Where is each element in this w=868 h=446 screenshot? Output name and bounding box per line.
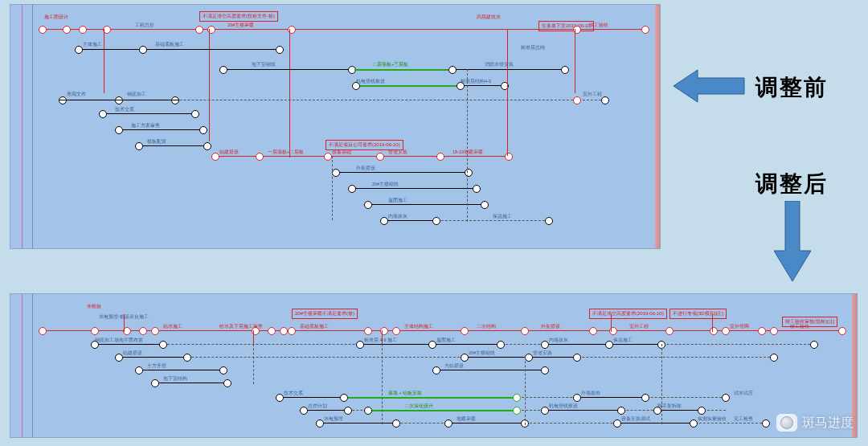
link bbox=[99, 113, 195, 114]
task-label: 设备安装调试 bbox=[621, 416, 650, 422]
wechat-icon bbox=[776, 414, 797, 432]
activity-node bbox=[344, 407, 352, 415]
link bbox=[316, 423, 396, 423]
task-label: 室外管网 bbox=[730, 324, 749, 329]
activity-node bbox=[280, 327, 288, 335]
link bbox=[348, 188, 477, 189]
activity-node bbox=[364, 407, 372, 415]
activity-node bbox=[392, 419, 400, 428]
activity-node bbox=[115, 96, 123, 104]
activity-node bbox=[340, 394, 348, 402]
activity-node bbox=[641, 26, 649, 34]
link bbox=[461, 357, 577, 358]
activity-node bbox=[276, 46, 284, 54]
callout-box: 不满足净空高度要求(投标文件-标) bbox=[199, 11, 278, 22]
activity-node bbox=[288, 327, 296, 335]
link bbox=[115, 129, 203, 130]
link bbox=[573, 397, 645, 398]
task-label: 一层墙板+二层板 bbox=[268, 149, 304, 155]
activity-node bbox=[573, 96, 581, 104]
label-before: 调整前 bbox=[755, 72, 828, 103]
network-chart-before: 不满足净空高度要求(投标文件-标) 不满足项目公司要求(2019-06-10) … bbox=[10, 4, 661, 249]
activity-node bbox=[91, 327, 99, 335]
activity-node bbox=[617, 407, 625, 415]
task-label: 竣工验收 bbox=[589, 23, 608, 28]
link bbox=[209, 29, 210, 141]
activity-node bbox=[151, 327, 159, 335]
task-label: 设备基础 bbox=[332, 149, 351, 155]
link-green bbox=[368, 410, 513, 411]
activity-node bbox=[324, 153, 332, 161]
activity-node bbox=[99, 110, 107, 118]
link bbox=[115, 357, 187, 358]
link bbox=[276, 397, 344, 398]
activity-node bbox=[364, 327, 372, 335]
task-label: 标准层结构4-9 bbox=[461, 79, 491, 84]
link bbox=[91, 344, 163, 345]
task-label: 技术交底 bbox=[284, 391, 303, 396]
network-chart-after: 20#主楼采暖不满足要求(修) 不满足净空高度要求(2019-06-10) 不进… bbox=[10, 293, 858, 438]
task-label: 管道安装 bbox=[388, 149, 407, 155]
activity-node bbox=[199, 126, 207, 134]
activity-node bbox=[690, 419, 698, 428]
activity-node bbox=[39, 26, 47, 34]
activity-node bbox=[75, 46, 83, 54]
task-label: 施工方案审查 bbox=[131, 123, 160, 129]
task-label: 土方开挖 bbox=[147, 363, 166, 369]
activity-node bbox=[710, 327, 718, 335]
activity-node bbox=[505, 153, 513, 161]
task-label: 技术交底 bbox=[115, 107, 134, 113]
task-label: 二次深化设计 bbox=[404, 403, 433, 409]
activity-node bbox=[316, 419, 324, 428]
link-dashed bbox=[253, 344, 254, 384]
activity-node bbox=[219, 66, 227, 74]
label-after: 调整后 bbox=[755, 169, 828, 199]
task-label: 内墙抹灰 bbox=[388, 214, 407, 219]
activity-node bbox=[613, 419, 621, 428]
activity-node bbox=[348, 185, 356, 193]
link bbox=[135, 145, 207, 146]
activity-node bbox=[722, 394, 730, 402]
link-green bbox=[352, 85, 457, 87]
annotation: 标准层总结 bbox=[521, 45, 545, 51]
activity-node bbox=[392, 327, 400, 335]
task-label: 模板配置 bbox=[147, 139, 166, 145]
task-label: 内墙抹灰 bbox=[549, 338, 568, 343]
activity-node bbox=[151, 379, 159, 387]
activity-node bbox=[203, 142, 211, 150]
task-label: 地下室结构 bbox=[163, 376, 187, 382]
task-label: 查阅文件 bbox=[67, 92, 86, 97]
activity-node bbox=[115, 126, 123, 134]
activity-node bbox=[356, 341, 364, 349]
activity-node bbox=[59, 96, 67, 104]
activity-node bbox=[448, 66, 457, 74]
activity-node bbox=[219, 366, 227, 374]
activity-node bbox=[665, 327, 674, 335]
task-label: 脚手架拆除 bbox=[657, 403, 682, 409]
task-label: 二次结构 bbox=[477, 324, 496, 329]
activity-node bbox=[513, 407, 521, 415]
link bbox=[712, 314, 713, 332]
task-label: 保温施工 bbox=[493, 214, 512, 219]
watermark: 斑马进度 bbox=[776, 414, 854, 432]
task-label: 室外工程 bbox=[629, 324, 649, 329]
task-label: 地下室砌筑 bbox=[252, 62, 276, 68]
task-label: 基础底板施工 bbox=[300, 324, 329, 329]
chart-right-edge bbox=[655, 5, 660, 248]
annotation: 四层建筑水 bbox=[477, 14, 501, 20]
link bbox=[380, 220, 436, 221]
activity-node bbox=[541, 407, 549, 415]
task-label: 幕墙 + 铝板安装 bbox=[388, 391, 422, 396]
activity-node bbox=[461, 354, 469, 362]
task-label: 消防水管安装 bbox=[485, 62, 514, 68]
link-green bbox=[348, 397, 513, 399]
task-label: 主体施工 bbox=[83, 42, 102, 47]
activity-node bbox=[268, 327, 276, 335]
task-label: 大临搭设 bbox=[444, 363, 464, 369]
activity-node bbox=[428, 341, 436, 349]
task-label: 20#主楼砌筑 bbox=[469, 350, 495, 356]
task-label: 20#主楼采暖 bbox=[227, 23, 254, 28]
link-dashed bbox=[525, 357, 526, 425]
activity-node bbox=[159, 341, 167, 349]
task-label: 总控计划 bbox=[308, 403, 327, 409]
